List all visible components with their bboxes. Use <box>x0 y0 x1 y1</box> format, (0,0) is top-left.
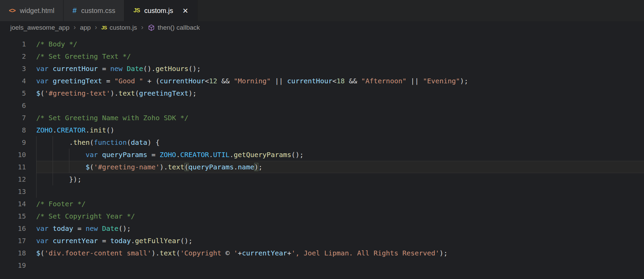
token: ). <box>110 89 119 97</box>
line-number[interactable]: 14 <box>0 198 26 210</box>
code-line-5[interactable]: 5$('#greeting-text').text(greetingText); <box>0 87 644 99</box>
token: text <box>160 249 176 257</box>
token: /* Set Greeting Text */ <box>36 52 131 60</box>
code-line-4[interactable]: 4var greetingText = "Good " + (currentHo… <box>0 75 644 87</box>
token: new <box>86 224 98 233</box>
token: $ <box>86 163 90 171</box>
code-line-3[interactable]: 3var currentHour = new Date().getHours()… <box>0 62 644 75</box>
line-number[interactable]: 8 <box>0 124 26 136</box>
token: . <box>230 151 234 159</box>
line-number[interactable]: 13 <box>0 185 26 198</box>
js-file-icon: JS <box>101 25 107 30</box>
token: 18 <box>337 77 345 85</box>
line-number[interactable]: 1 <box>0 38 26 50</box>
code-line-8[interactable]: 8ZOHO.CREATOR.init() <box>0 124 644 136</box>
code-line-12[interactable]: 12 }); <box>0 173 644 185</box>
code-line-17[interactable]: 17var currentYear = today.getFullYear(); <box>0 235 644 247</box>
breadcrumb-item-app[interactable]: app <box>80 24 91 31</box>
token: $ <box>36 89 40 97</box>
token <box>49 65 53 73</box>
code-line-18[interactable]: 18$('div.footer-content small').text('Co… <box>0 247 644 259</box>
line-number[interactable]: 10 <box>0 149 26 161</box>
line-number[interactable]: 4 <box>0 75 26 87</box>
token: ); <box>439 249 448 257</box>
token: queryParams <box>102 151 147 159</box>
code-line-9[interactable]: 9 .then(function(data) { <box>0 136 644 149</box>
token: + ( <box>143 77 160 85</box>
code-line-10[interactable]: 10 var queryParams = ZOHO.CREATOR.UTIL.g… <box>0 149 644 161</box>
line-number[interactable]: 17 <box>0 235 26 247</box>
code-line-6[interactable]: 6 <box>0 99 644 112</box>
token: CREATOR <box>57 126 85 134</box>
editor-tab-bar: <>widget.html#custom.cssJScustom.js✕ <box>0 0 644 21</box>
breadcrumb-item-joels-awesome-app[interactable]: joels_awesome_app <box>10 24 69 31</box>
line-number[interactable]: 15 <box>0 210 26 222</box>
code-line-19[interactable]: 19 <box>0 259 644 271</box>
token: '#greeting-name' <box>94 163 160 171</box>
line-number[interactable]: 12 <box>0 173 26 185</box>
code-line-14[interactable]: 14/* Footer */ <box>0 198 644 210</box>
token: ( <box>127 138 131 147</box>
breadcrumb-label: custom.js <box>110 24 137 31</box>
close-icon[interactable]: ✕ <box>182 7 189 14</box>
line-number[interactable]: 18 <box>0 247 26 259</box>
token: var <box>36 224 49 233</box>
token: ( <box>176 249 180 257</box>
token: . <box>131 237 135 245</box>
breadcrumb-separator: › <box>140 23 144 31</box>
token: ZOHO <box>160 151 176 159</box>
token: + <box>287 249 291 257</box>
token: text <box>168 163 184 171</box>
token: $ <box>36 249 40 257</box>
code-content: /* Set Greeting Text */ <box>36 50 644 62</box>
line-number[interactable]: 9 <box>0 136 26 149</box>
tab-label: widget.html <box>20 7 54 15</box>
breadcrumb-item-then-callback[interactable]: then() callback <box>148 24 200 31</box>
code-line-15[interactable]: 15/* Set Copyright Year */ <box>0 210 644 222</box>
code-content <box>36 99 644 112</box>
code-content <box>36 259 644 271</box>
token: ( <box>90 163 94 171</box>
line-number[interactable]: 11 <box>0 161 26 173</box>
code-editor[interactable]: 1/* Body */2/* Set Greeting Text */3var … <box>0 34 644 271</box>
code-line-1[interactable]: 1/* Body */ <box>0 38 644 50</box>
token: then <box>73 138 90 147</box>
line-number[interactable]: 7 <box>0 112 26 124</box>
line-number[interactable]: 3 <box>0 62 26 75</box>
code-line-11[interactable]: 11 $('#greeting-name').text(queryParams.… <box>0 161 644 173</box>
token: + <box>238 249 242 257</box>
token <box>49 237 53 245</box>
html-icon: <> <box>9 7 15 14</box>
code-line-7[interactable]: 7/* Set Greeting Name with Zoho SDK */ <box>0 112 644 124</box>
code-line-13[interactable]: 13 <box>0 185 644 198</box>
token: "Evening" <box>423 77 460 85</box>
code-line-16[interactable]: 16var today = new Date(); <box>0 222 644 235</box>
css-icon: # <box>72 6 77 15</box>
line-number[interactable]: 5 <box>0 87 26 99</box>
token: 'div.footer-content small' <box>44 249 151 257</box>
line-number[interactable]: 16 <box>0 222 26 235</box>
token: ). <box>160 163 168 171</box>
token: /* Set Copyright Year */ <box>36 212 135 220</box>
line-number[interactable]: 6 <box>0 99 26 112</box>
tab-widget-html[interactable]: <>widget.html <box>0 0 64 21</box>
token: . <box>209 151 213 159</box>
token: var <box>36 65 49 73</box>
code-line-2[interactable]: 2/* Set Greeting Text */ <box>0 50 644 62</box>
token: init <box>90 126 106 134</box>
token: text <box>119 89 135 97</box>
token: currentHour <box>53 65 98 73</box>
breadcrumb-item-custom-js[interactable]: JScustom.js <box>101 24 137 31</box>
symbol-cube-icon <box>148 24 155 31</box>
tab-custom-css[interactable]: #custom.css <box>64 0 124 21</box>
line-number[interactable]: 19 <box>0 259 26 271</box>
tab-custom-js[interactable]: JScustom.js✕ <box>124 0 197 21</box>
token: ', Joel Lipman. All Rights Reserved' <box>291 249 439 257</box>
token: = <box>147 151 160 159</box>
token: (); <box>180 237 192 245</box>
token: today <box>53 224 73 233</box>
token: /* Set Greeting Name with Zoho SDK */ <box>36 114 189 122</box>
token: ( <box>90 138 94 147</box>
token: currentHour <box>160 77 205 85</box>
line-number[interactable]: 2 <box>0 50 26 62</box>
